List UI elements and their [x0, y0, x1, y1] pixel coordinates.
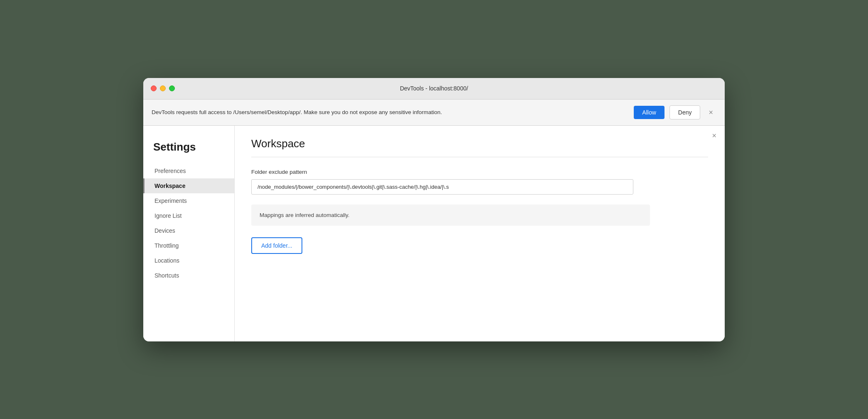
devtools-window: DevTools - localhost:8000/ DevTools requ… — [143, 78, 725, 341]
permission-banner: DevTools requests full access to /Users/… — [143, 100, 725, 126]
window-title: DevTools - localhost:8000/ — [400, 85, 468, 92]
content-divider — [251, 157, 708, 157]
sidebar-item-experiments[interactable]: Experiments — [143, 193, 234, 208]
main-content: × Settings Preferences Workspace Experim… — [143, 126, 725, 341]
banner-close-button[interactable]: × — [705, 107, 716, 118]
sidebar-item-ignore-list[interactable]: Ignore List — [143, 208, 234, 223]
sidebar-item-workspace[interactable]: Workspace — [143, 178, 234, 193]
folder-exclude-label: Folder exclude pattern — [251, 169, 708, 175]
mappings-info-box: Mappings are inferred automatically. — [251, 205, 650, 226]
close-button[interactable] — [151, 85, 157, 91]
traffic-lights — [151, 85, 175, 91]
content-title: Workspace — [251, 137, 708, 150]
folder-exclude-input[interactable] — [251, 179, 633, 195]
settings-sidebar: Settings Preferences Workspace Experimen… — [143, 126, 235, 341]
add-folder-button[interactable]: Add folder... — [251, 237, 302, 254]
sidebar-item-devices[interactable]: Devices — [143, 223, 234, 238]
allow-button[interactable]: Allow — [634, 106, 664, 119]
sidebar-item-preferences[interactable]: Preferences — [143, 163, 234, 178]
main-close-button[interactable]: × — [712, 132, 716, 140]
sidebar-item-locations[interactable]: Locations — [143, 253, 234, 268]
titlebar: DevTools - localhost:8000/ — [143, 78, 725, 100]
sidebar-item-shortcuts[interactable]: Shortcuts — [143, 268, 234, 283]
permission-text: DevTools requests full access to /Users/… — [152, 109, 629, 115]
deny-button[interactable]: Deny — [669, 105, 701, 119]
settings-content: Workspace Folder exclude pattern Mapping… — [235, 126, 725, 341]
maximize-button[interactable] — [169, 85, 175, 91]
minimize-button[interactable] — [160, 85, 166, 91]
sidebar-item-throttling[interactable]: Throttling — [143, 238, 234, 253]
settings-heading: Settings — [143, 134, 234, 163]
